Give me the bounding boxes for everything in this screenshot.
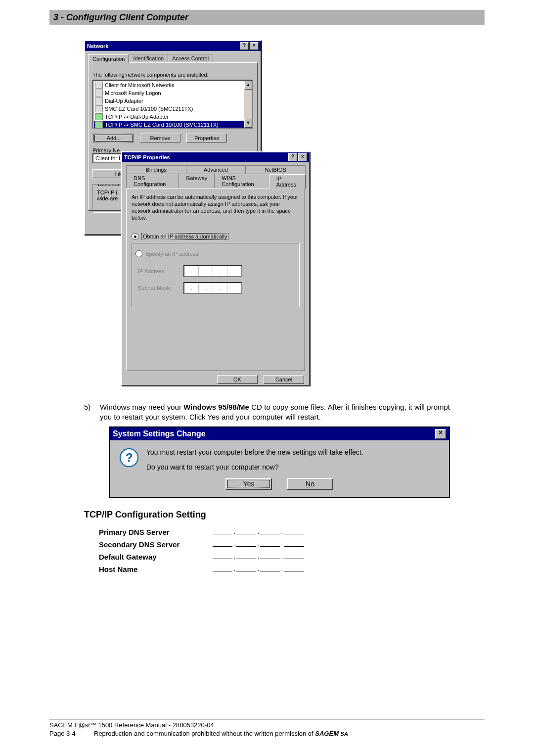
adapter-icon: [95, 97, 103, 104]
question-icon: ?: [120, 448, 138, 467]
list-item[interactable]: Dial-Up Adapter: [94, 97, 252, 105]
protocol-icon: [95, 121, 103, 128]
tab-configuration[interactable]: Configuration: [88, 54, 129, 63]
network-title: Network: [87, 43, 108, 49]
subnet-mask-label: Subnet Mask:: [138, 285, 178, 291]
scroll-down-icon[interactable]: ▼: [244, 119, 252, 128]
list-item[interactable]: SMC EZ Card 10/100 (SMC1211TX): [94, 105, 252, 113]
page-number: Page 3-4: [49, 730, 94, 737]
properties-button[interactable]: Properties: [186, 134, 227, 142]
remove-button[interactable]: Remove: [140, 134, 180, 142]
page-header: 3 - Configuring Client Computer: [49, 10, 485, 25]
network-titlebar: Network ? ×: [85, 41, 261, 51]
radio-obtain-automatically[interactable]: Obtain an IP address automatically: [132, 233, 300, 240]
default-gateway-label: Default Gateway: [99, 553, 213, 561]
close-icon[interactable]: ×: [250, 42, 259, 50]
tcpip-properties-dialog: TCP/IP Properties ? × Bindings Advanced …: [121, 151, 310, 386]
default-gateway-blank: ...: [213, 552, 304, 561]
ip-address-label: IP Address:: [138, 268, 178, 274]
radio-off-icon: [135, 250, 142, 257]
tab-bindings[interactable]: Bindings: [126, 165, 186, 174]
step-5-text: 5) Windows may need your Windows 95/98/M…: [84, 402, 450, 422]
secondary-dns-label: Secondary DNS Server: [99, 540, 213, 549]
tab-identification[interactable]: Identification: [129, 54, 168, 62]
description-text: TCP/IP i wide-are: [97, 189, 118, 201]
host-name-label: Host Name: [99, 565, 213, 573]
cancel-button[interactable]: Cancel: [264, 375, 304, 384]
tab-advanced[interactable]: Advanced: [186, 165, 246, 174]
components-listbox[interactable]: Client for Microsoft Networks Microsoft …: [92, 80, 253, 129]
adapter-icon: [95, 105, 103, 112]
tcpip-config-table: Primary DNS Server ... Secondary DNS Ser…: [99, 527, 450, 573]
help-icon[interactable]: ?: [240, 42, 249, 50]
list-item-selected[interactable]: TCP/IP -> SMC EZ Card 10/100 (SMC1211TX): [94, 121, 252, 129]
list-item[interactable]: Client for Microsoft Networks: [94, 81, 252, 89]
ip-address-pane: An IP address can be automatically assig…: [126, 188, 305, 371]
no-button[interactable]: No: [287, 478, 333, 490]
components-label: The following network components are ins…: [92, 72, 253, 78]
yes-button[interactable]: Yes: [225, 478, 272, 490]
ip-address-input[interactable]: ...: [183, 265, 242, 277]
close-icon[interactable]: ×: [435, 429, 446, 439]
radio-specify-ip[interactable]: Specify an IP address:: [135, 250, 203, 257]
tcpip-titlebar: TCP/IP Properties ? ×: [122, 152, 309, 162]
tab-access-control[interactable]: Access Control: [168, 54, 213, 62]
tab-gateway[interactable]: Gateway: [178, 174, 215, 188]
step-number: 5): [84, 402, 94, 422]
tcpip-config-section-title: TCP/IP Configuration Setting: [84, 510, 450, 520]
scroll-up-icon[interactable]: ▲: [244, 81, 252, 90]
network-tabs: Configuration Identification Access Cont…: [88, 54, 258, 62]
restart-title: System Settings Change: [113, 429, 206, 438]
host-name-blank: ...: [213, 564, 304, 573]
subnet-mask-input[interactable]: ...: [183, 282, 242, 294]
tab-ip-address[interactable]: IP Address: [269, 174, 306, 189]
tab-netbios[interactable]: NetBIOS: [245, 165, 306, 174]
add-button[interactable]: Add...: [93, 134, 134, 142]
listbox-scrollbar[interactable]: ▲ ▼: [244, 81, 252, 128]
tab-wins-configuration[interactable]: WINS Configuration: [214, 174, 269, 188]
tcpip-title: TCP/IP Properties: [124, 154, 170, 160]
protocol-icon: [95, 113, 103, 120]
description-legend: Descripti: [96, 184, 121, 187]
tcpip-tabs: Bindings Advanced NetBIOS DNS Configurat…: [126, 165, 305, 188]
specify-ip-group: Specify an IP address: IP Address: ... S…: [132, 243, 300, 307]
system-settings-change-dialog: System Settings Change × ? You must rest…: [109, 426, 450, 498]
restart-line1: You must restart your computer before th…: [146, 448, 363, 456]
radio-on-icon: [132, 233, 138, 240]
list-item[interactable]: Microsoft Family Logon: [94, 89, 252, 97]
close-icon[interactable]: ×: [298, 153, 307, 161]
ip-description: An IP address can be automatically assig…: [132, 193, 300, 221]
tab-dns-configuration[interactable]: DNS Configuration: [126, 174, 179, 188]
secondary-dns-blank: ...: [213, 539, 304, 549]
primary-dns-label: Primary DNS Server: [99, 528, 213, 536]
client-icon: [95, 90, 103, 96]
help-icon[interactable]: ?: [288, 153, 297, 161]
footer-line1: SAGEM F@st™ 1500 Reference Manual - 2880…: [49, 721, 485, 729]
ok-button[interactable]: OK: [217, 375, 258, 384]
primary-dns-blank: ...: [213, 527, 304, 536]
footer-line2: Reproduction and communication prohibite…: [94, 730, 348, 737]
restart-line2: Do you want to restart your computer now…: [146, 463, 363, 471]
screenshot-area: Network ? × Configuration Identification…: [84, 40, 485, 396]
client-icon: [95, 82, 103, 89]
page-footer: SAGEM F@st™ 1500 Reference Manual - 2880…: [49, 719, 485, 737]
list-item[interactable]: TCP/IP -> Dial-Up Adapter: [94, 113, 252, 121]
